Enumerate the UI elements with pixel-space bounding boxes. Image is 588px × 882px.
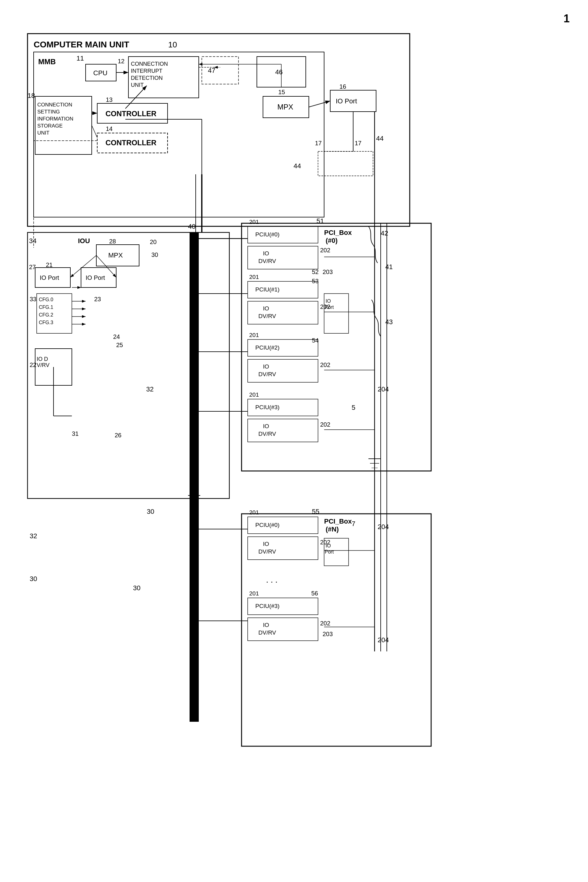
num-40: 40 bbox=[188, 223, 195, 230]
num-21: 21 bbox=[46, 261, 52, 268]
num-202a: 202 bbox=[320, 247, 330, 254]
ellipsis2: . bbox=[271, 575, 273, 584]
num-44a: 44 bbox=[294, 162, 301, 170]
num-201e: 201 bbox=[249, 509, 259, 516]
num-25: 25 bbox=[116, 342, 123, 348]
cfg0-label: CFG.0 bbox=[39, 297, 53, 302]
num-43: 43 bbox=[385, 318, 393, 326]
num-12: 12 bbox=[118, 58, 124, 64]
diagram-container: COMPUTER MAIN UNIT 10 MMB 11 CPU 12 CONN… bbox=[18, 24, 569, 868]
num-17a: 17 bbox=[315, 140, 322, 147]
num-32: 32 bbox=[30, 532, 37, 540]
cpu-label: CPU bbox=[93, 69, 107, 77]
pci-box0-label2: (#0) bbox=[326, 237, 338, 244]
mpx-label: MPX bbox=[278, 103, 293, 111]
num-33: 33 bbox=[30, 296, 36, 303]
mpx2-label: MPX bbox=[108, 251, 123, 259]
csisu-line1: CONNECTION bbox=[37, 102, 72, 108]
num-52: 52 bbox=[312, 268, 319, 275]
num-203a: 203 bbox=[322, 268, 333, 275]
io-d-label2: V/RV bbox=[37, 362, 50, 368]
ciud-line1: CONNECTION bbox=[131, 61, 168, 67]
num-56: 56 bbox=[311, 590, 318, 597]
controller2-label: CONTROLLER bbox=[105, 138, 156, 147]
io-port-n-label2: Port bbox=[325, 549, 334, 555]
num-15: 15 bbox=[278, 89, 285, 95]
num-53: 53 bbox=[312, 278, 319, 284]
io-port3-label: IO Port bbox=[86, 274, 105, 281]
num-41: 41 bbox=[385, 263, 393, 271]
svg-line-86 bbox=[92, 125, 97, 138]
num-202c: 202 bbox=[320, 362, 330, 368]
io-port2-label: IO Port bbox=[40, 274, 59, 281]
ciud-line4: UNIT bbox=[131, 82, 144, 88]
num-44b: 44 bbox=[376, 135, 384, 142]
pci-box0-label1: PCI_Box bbox=[324, 229, 352, 236]
svg-rect-15 bbox=[27, 232, 230, 498]
mmb-label: MMB bbox=[38, 57, 56, 66]
num-203b: 203 bbox=[322, 631, 333, 638]
num-14: 14 bbox=[106, 125, 112, 132]
num-55: 55 bbox=[312, 508, 319, 515]
num-51: 51 bbox=[316, 217, 324, 225]
io-dvrv-0a-2: DV/RV bbox=[258, 258, 276, 264]
num-30c: 30 bbox=[147, 508, 154, 515]
num-34: 34 bbox=[29, 237, 36, 244]
io-dvrv-3-1: IO bbox=[263, 423, 269, 429]
ellipsis3: . bbox=[275, 575, 278, 584]
io-dvrv-n3-1: IO bbox=[263, 622, 269, 628]
controller1-label: CONTROLLER bbox=[105, 110, 156, 118]
num-11: 11 bbox=[76, 54, 84, 62]
pciu1-label: PCIU(#1) bbox=[255, 286, 279, 292]
pciu3b-label: PCIU(#3) bbox=[255, 603, 279, 609]
num-31: 31 bbox=[72, 430, 79, 437]
computer-main-unit-label: COMPUTER MAIN UNIT bbox=[34, 40, 129, 49]
io-port-label: IO Port bbox=[336, 97, 357, 105]
csisu-line3: INFORMATION bbox=[37, 116, 74, 122]
num-30b: 30 bbox=[30, 575, 37, 583]
num-47: 47 bbox=[208, 67, 215, 74]
num-27: 27 bbox=[29, 264, 36, 270]
num-22: 22 bbox=[30, 362, 36, 368]
num-204a: 204 bbox=[378, 386, 389, 393]
io-dvrv-n3-2: DV/RV bbox=[258, 629, 276, 636]
pciu0a-label: PCIU(#0) bbox=[255, 231, 279, 238]
num-28: 28 bbox=[109, 238, 116, 244]
num-30a: 30 bbox=[152, 251, 158, 258]
num-5: 5 bbox=[352, 404, 355, 411]
io-dvrv-3-2: DV/RV bbox=[258, 430, 276, 437]
io-port-n-label1: IO bbox=[326, 543, 331, 548]
cfg3-label: CFG.3 bbox=[39, 320, 53, 325]
io-dvrv-2-1: IO bbox=[263, 363, 269, 370]
csisu-line5: UNIT bbox=[37, 130, 50, 136]
io-port-mid-label2: Port bbox=[325, 304, 334, 310]
num-10: 10 bbox=[168, 40, 177, 49]
svg-rect-4 bbox=[34, 52, 324, 217]
io-port-mid-label1: IO bbox=[326, 298, 331, 304]
pciu2-label: PCIU(#2) bbox=[255, 344, 279, 351]
num-16: 16 bbox=[339, 83, 346, 90]
io-d-label1: IO D bbox=[37, 356, 48, 362]
io-dvrv-2-2: DV/RV bbox=[258, 371, 276, 377]
num-202d: 202 bbox=[320, 421, 330, 428]
pci-boxn-label1: PCI_Box bbox=[324, 518, 352, 525]
num-201f: 201 bbox=[249, 590, 259, 597]
cfg2-label: CFG.2 bbox=[39, 312, 53, 318]
num-201c: 201 bbox=[249, 332, 259, 338]
iou-label: IOU bbox=[78, 237, 90, 244]
io-dvrv-1-1: IO bbox=[263, 305, 269, 312]
ciud-line2: INTERRUPT bbox=[131, 68, 162, 74]
pciu3a-label: PCIU(#3) bbox=[255, 404, 279, 410]
num-204b: 204 bbox=[378, 523, 389, 531]
page-number: 1 bbox=[564, 12, 570, 25]
svg-rect-14 bbox=[318, 152, 373, 176]
num-7: 7 bbox=[352, 520, 355, 528]
num-18: 18 bbox=[27, 92, 35, 99]
svg-line-47 bbox=[309, 101, 330, 107]
svg-rect-46 bbox=[190, 232, 199, 722]
num-13: 13 bbox=[106, 96, 112, 103]
num-26: 26 bbox=[115, 432, 122, 438]
num-23: 23 bbox=[94, 296, 101, 303]
num-201a: 201 bbox=[249, 219, 259, 225]
num-201d: 201 bbox=[249, 392, 259, 398]
